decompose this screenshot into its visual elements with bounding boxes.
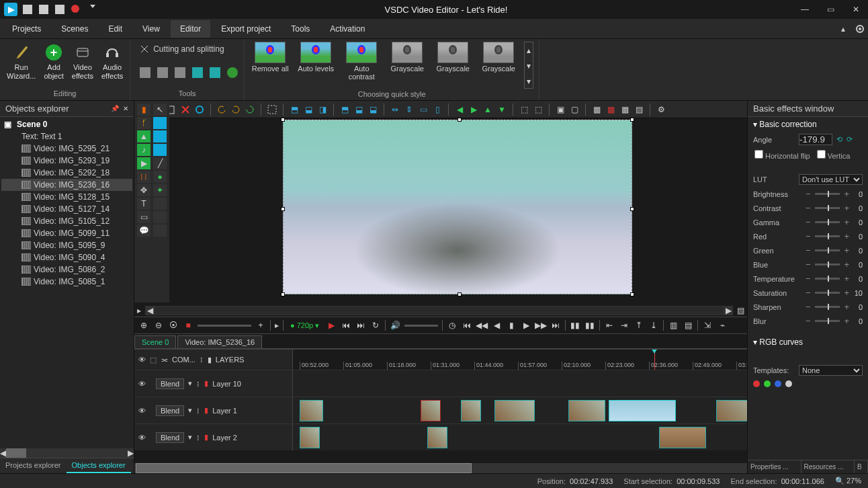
timeline-ruler[interactable]: 00:52.00001:05.00001:18.00001:31.00001:4…	[293, 350, 747, 370]
cursor-icon[interactable]: ↖	[153, 104, 167, 116]
step-back-icon[interactable]: ◀◀	[476, 320, 487, 331]
tree-item[interactable]: Video: IMG_5292_18	[1, 167, 132, 179]
arrow-down-icon[interactable]: ▼	[496, 104, 508, 116]
distribute-v-icon[interactable]: ⇕	[403, 104, 415, 116]
image-icon[interactable]: ▲	[137, 130, 150, 143]
qa-save-icon[interactable]	[55, 5, 64, 14]
step-fwd-icon[interactable]: ▶▶	[535, 320, 546, 331]
align-right-icon[interactable]: ◨	[316, 104, 329, 116]
align-bottom-icon[interactable]: ⬓	[367, 104, 379, 116]
scene-tab-0[interactable]: Scene 0	[134, 335, 176, 348]
frame-back-icon[interactable]: ◀	[491, 320, 502, 331]
track-eye-icon[interactable]: 👁	[138, 434, 148, 442]
zoom-display[interactable]: 🔍 27%	[835, 477, 861, 485]
menu-activation[interactable]: Activation	[320, 20, 374, 38]
track-body[interactable]	[293, 424, 747, 450]
menu-scenes[interactable]: Scenes	[52, 20, 97, 38]
bring-front-icon[interactable]: ▣	[554, 104, 566, 116]
volume-slider[interactable]	[404, 325, 438, 327]
menu-export[interactable]: Export project	[212, 20, 280, 38]
track-color-icon[interactable]: ▮	[204, 406, 208, 415]
delete-icon[interactable]	[179, 104, 191, 116]
slider-track[interactable]	[815, 306, 840, 308]
subtitle-icon[interactable]: ▭	[137, 211, 150, 223]
rgb-red-icon[interactable]	[753, 380, 760, 387]
record-icon[interactable]: ■	[183, 320, 193, 331]
angle-input[interactable]	[799, 134, 832, 145]
plus-icon[interactable]: +	[844, 259, 849, 270]
zoom-slider[interactable]	[198, 325, 251, 327]
tab-resources[interactable]: Resources ...	[801, 460, 855, 473]
menu-projects[interactable]: Projects	[3, 20, 50, 38]
playhead[interactable]	[654, 350, 655, 370]
pin-icon[interactable]: 📌	[111, 105, 119, 112]
tooltip-icon[interactable]: 💬	[137, 225, 150, 237]
crop-icon[interactable]	[175, 67, 185, 78]
slider-track[interactable]	[815, 320, 840, 322]
line-icon[interactable]: ╱	[153, 157, 167, 169]
settings-gear-icon[interactable]	[855, 24, 865, 34]
plus-icon[interactable]: +	[844, 302, 849, 312]
qa-new-icon[interactable]	[23, 5, 32, 14]
rotate-270-icon[interactable]: ⟳	[847, 135, 853, 144]
arrow-right-icon[interactable]: ▶	[468, 104, 480, 116]
preview-menu-icon[interactable]: ▤	[737, 306, 744, 315]
qa-dropdown-icon[interactable]	[90, 5, 95, 14]
tree-item[interactable]: Text: Text 1	[1, 130, 132, 143]
maximize-button[interactable]: ▭	[822, 5, 838, 14]
same-height-icon[interactable]: ▯	[431, 104, 443, 116]
ungroup-icon[interactable]: ⬚	[532, 104, 544, 116]
blend-mode-select[interactable]: Blend	[156, 432, 184, 443]
arrow-up-icon[interactable]: ▲	[482, 104, 494, 116]
tree-item[interactable]: Video: IMG_5085_1	[1, 276, 132, 288]
tree-scene-root[interactable]: Scene 0	[1, 118, 132, 130]
add-marker-icon[interactable]: ⊕	[138, 320, 149, 331]
track-body[interactable]	[293, 370, 747, 397]
align-left-icon[interactable]: ⬒	[288, 104, 300, 116]
prev-keyframe-icon[interactable]: ⏮	[341, 320, 351, 331]
expand-timeline-icon[interactable]: ▸	[275, 321, 279, 330]
rgb-green-icon[interactable]	[764, 380, 771, 387]
tree-item[interactable]: Video: IMG_5090_4	[1, 251, 132, 263]
play-button[interactable]: ▮	[506, 320, 517, 331]
track-wave-icon[interactable]: ⫶	[196, 434, 200, 442]
plus-icon[interactable]: +	[844, 316, 849, 326]
menu-tools[interactable]: Tools	[281, 20, 319, 38]
style-grayscale-2[interactable]: Grayscale	[433, 42, 473, 73]
layout1-icon[interactable]: ▥	[668, 320, 679, 331]
plus-icon[interactable]: +	[844, 231, 849, 241]
expand-preview-icon[interactable]: ▸	[137, 306, 141, 315]
cutting-splitting-button[interactable]: Cutting and splitting	[136, 42, 228, 56]
text-icon[interactable]: T	[137, 198, 150, 210]
lut-select[interactable]: Don't use LUT	[799, 174, 863, 185]
minus-icon[interactable]: −	[806, 302, 811, 312]
rgb-all-icon[interactable]	[785, 380, 792, 387]
tree-item[interactable]: Video: IMG_5095_9	[1, 239, 132, 251]
clear-out-icon[interactable]: ⤓	[648, 320, 659, 331]
section-rgb-curves[interactable]: RGB curves	[748, 335, 868, 350]
close-panel-icon[interactable]: ✕	[123, 105, 128, 112]
scissors-icon[interactable]	[140, 67, 150, 78]
music-icon[interactable]: ♪	[137, 144, 150, 156]
track-eye-icon[interactable]: 👁	[138, 407, 148, 415]
magnet-icon[interactable]: ⌁	[717, 320, 728, 331]
track-wave-icon[interactable]: ⫶	[196, 407, 200, 415]
tree-item[interactable]: Video: IMG_5295_21	[1, 143, 132, 155]
tab-projects-explorer[interactable]: Projects explorer	[0, 458, 67, 473]
add-object-button[interactable]: + Add object	[42, 42, 64, 82]
refresh-icon[interactable]	[227, 67, 238, 78]
shape-circle-icon[interactable]	[193, 104, 206, 116]
menu-edit[interactable]: Edit	[99, 20, 132, 38]
minus-icon[interactable]: −	[806, 274, 811, 284]
plus-icon[interactable]: +	[844, 189, 849, 199]
tree-hscroll[interactable]: ◀▶	[0, 448, 134, 458]
track-body[interactable]	[293, 397, 747, 423]
snap-timeline-icon[interactable]: ⇲	[702, 320, 713, 331]
rotate-270-icon[interactable]	[210, 67, 220, 78]
resolution-selector[interactable]: ● 720p ▾	[288, 321, 322, 330]
rotate-90-icon[interactable]: ⟲	[836, 135, 842, 144]
run-wizard-button[interactable]: Run Wizard...	[5, 42, 37, 82]
play-icon[interactable]: ▶	[137, 157, 150, 169]
align-top-icon[interactable]: ⬒	[339, 104, 351, 116]
align-center-h-icon[interactable]: ⬓	[302, 104, 314, 116]
